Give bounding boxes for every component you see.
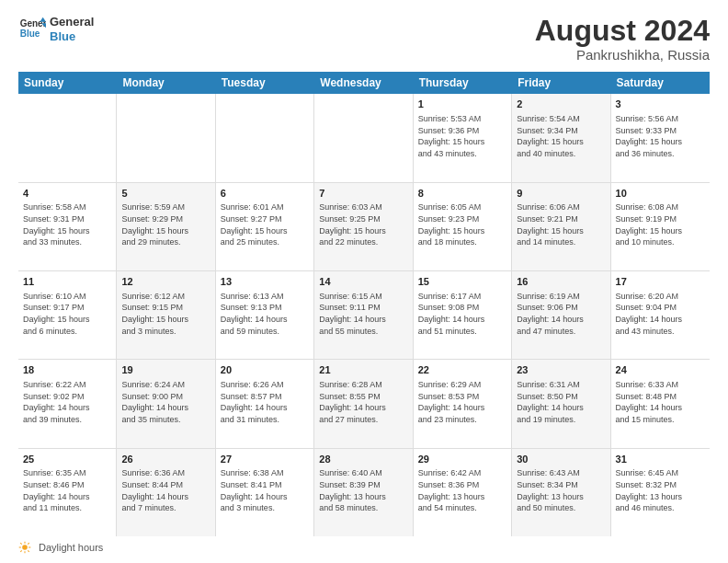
- day-number: 19: [121, 363, 210, 377]
- calendar-cell: 28Sunrise: 6:40 AM Sunset: 8:39 PM Dayli…: [314, 449, 413, 536]
- calendar-cell: 30Sunrise: 6:43 AM Sunset: 8:34 PM Dayli…: [512, 449, 610, 536]
- calendar-cell: 22Sunrise: 6:29 AM Sunset: 8:53 PM Dayli…: [414, 360, 512, 447]
- day-number: 24: [616, 363, 705, 377]
- weekday-header: Monday: [117, 72, 215, 94]
- day-number: 12: [121, 275, 210, 289]
- calendar-cell: 31Sunrise: 6:45 AM Sunset: 8:32 PM Dayli…: [611, 449, 710, 536]
- cell-info: Sunrise: 6:29 AM Sunset: 8:53 PM Dayligh…: [418, 379, 506, 425]
- day-number: 30: [517, 453, 605, 466]
- calendar-cell: 18Sunrise: 6:22 AM Sunset: 9:02 PM Dayli…: [18, 360, 117, 447]
- cell-info: Sunrise: 6:08 AM Sunset: 9:19 PM Dayligh…: [616, 201, 705, 247]
- cell-info: Sunrise: 6:19 AM Sunset: 9:06 PM Dayligh…: [517, 291, 605, 337]
- calendar-cell: 8Sunrise: 6:05 AM Sunset: 9:23 PM Daylig…: [414, 183, 512, 270]
- calendar-cell: [314, 94, 413, 181]
- day-number: 5: [121, 187, 210, 201]
- day-number: 22: [418, 363, 506, 377]
- day-number: 6: [221, 187, 309, 201]
- day-number: 1: [418, 98, 506, 111]
- cell-info: Sunrise: 6:03 AM Sunset: 9:25 PM Dayligh…: [319, 201, 407, 247]
- cell-info: Sunrise: 6:20 AM Sunset: 9:04 PM Dayligh…: [616, 291, 705, 337]
- page: General Blue General Blue August 2024 Pa…: [0, 0, 728, 563]
- calendar-cell: 16Sunrise: 6:19 AM Sunset: 9:06 PM Dayli…: [512, 271, 610, 359]
- calendar-cell: 19Sunrise: 6:24 AM Sunset: 9:00 PM Dayli…: [117, 360, 215, 447]
- calendar-row: 1Sunrise: 5:53 AM Sunset: 9:36 PM Daylig…: [18, 94, 710, 182]
- day-number: 9: [517, 187, 605, 201]
- calendar-cell: 20Sunrise: 6:26 AM Sunset: 8:57 PM Dayli…: [216, 360, 314, 447]
- day-number: 27: [221, 453, 309, 466]
- svg-line-11: [28, 543, 28, 544]
- calendar-cell: [18, 94, 117, 181]
- calendar-cell: [117, 94, 215, 181]
- calendar-cell: 23Sunrise: 6:31 AM Sunset: 8:50 PM Dayli…: [512, 360, 610, 447]
- day-number: 16: [517, 275, 605, 289]
- title-block: August 2024 Pankrushikha, Russia: [535, 15, 710, 63]
- cell-info: Sunrise: 6:33 AM Sunset: 8:48 PM Dayligh…: [616, 379, 705, 425]
- cell-info: Sunrise: 5:59 AM Sunset: 9:29 PM Dayligh…: [121, 201, 210, 247]
- day-number: 15: [418, 275, 506, 289]
- calendar-cell: 5Sunrise: 5:59 AM Sunset: 9:29 PM Daylig…: [117, 183, 215, 270]
- calendar-cell: 25Sunrise: 6:35 AM Sunset: 8:46 PM Dayli…: [18, 449, 117, 536]
- calendar-row: 18Sunrise: 6:22 AM Sunset: 9:02 PM Dayli…: [18, 360, 710, 448]
- calendar-cell: 9Sunrise: 6:06 AM Sunset: 9:21 PM Daylig…: [512, 183, 610, 270]
- daylight-label: Daylight hours: [39, 542, 103, 553]
- calendar-cell: 21Sunrise: 6:28 AM Sunset: 8:55 PM Dayli…: [314, 360, 413, 447]
- logo: General Blue General Blue: [18, 15, 94, 43]
- day-number: 31: [616, 453, 705, 466]
- calendar-cell: 1Sunrise: 5:53 AM Sunset: 9:36 PM Daylig…: [414, 94, 512, 181]
- calendar-cell: 17Sunrise: 6:20 AM Sunset: 9:04 PM Dayli…: [611, 271, 710, 359]
- calendar-row: 25Sunrise: 6:35 AM Sunset: 8:46 PM Dayli…: [18, 449, 710, 536]
- svg-point-4: [22, 545, 28, 550]
- calendar-cell: 26Sunrise: 6:36 AM Sunset: 8:44 PM Dayli…: [117, 449, 215, 536]
- cell-info: Sunrise: 6:26 AM Sunset: 8:57 PM Dayligh…: [221, 379, 309, 425]
- day-number: 29: [418, 453, 506, 466]
- cell-info: Sunrise: 6:28 AM Sunset: 8:55 PM Dayligh…: [319, 379, 407, 425]
- calendar-cell: 6Sunrise: 6:01 AM Sunset: 9:27 PM Daylig…: [216, 183, 314, 270]
- weekday-header: Tuesday: [216, 72, 314, 94]
- cell-info: Sunrise: 6:10 AM Sunset: 9:17 PM Dayligh…: [23, 291, 111, 337]
- calendar-cell: 13Sunrise: 6:13 AM Sunset: 9:13 PM Dayli…: [216, 271, 314, 359]
- weekday-header: Friday: [512, 72, 610, 94]
- calendar-row: 4Sunrise: 5:58 AM Sunset: 9:31 PM Daylig…: [18, 183, 710, 271]
- cell-info: Sunrise: 6:36 AM Sunset: 8:44 PM Dayligh…: [121, 467, 210, 513]
- svg-line-10: [28, 550, 28, 551]
- cell-info: Sunrise: 6:43 AM Sunset: 8:34 PM Dayligh…: [517, 467, 605, 513]
- day-number: 23: [517, 363, 605, 377]
- calendar: SundayMondayTuesdayWednesdayThursdayFrid…: [18, 72, 710, 536]
- cell-info: Sunrise: 5:58 AM Sunset: 9:31 PM Dayligh…: [23, 201, 111, 247]
- cell-info: Sunrise: 6:05 AM Sunset: 9:23 PM Dayligh…: [418, 201, 506, 247]
- cell-info: Sunrise: 6:45 AM Sunset: 8:32 PM Dayligh…: [616, 467, 705, 513]
- calendar-cell: 3Sunrise: 5:56 AM Sunset: 9:33 PM Daylig…: [611, 94, 710, 181]
- weekday-header: Thursday: [414, 72, 512, 94]
- location: Pankrushikha, Russia: [535, 47, 710, 63]
- calendar-header: SundayMondayTuesdayWednesdayThursdayFrid…: [18, 72, 710, 94]
- calendar-cell: 27Sunrise: 6:38 AM Sunset: 8:41 PM Dayli…: [216, 449, 314, 536]
- logo-icon: General Blue: [18, 16, 46, 43]
- calendar-cell: 29Sunrise: 6:42 AM Sunset: 8:36 PM Dayli…: [414, 449, 512, 536]
- calendar-cell: 24Sunrise: 6:33 AM Sunset: 8:48 PM Dayli…: [611, 360, 710, 447]
- calendar-cell: 11Sunrise: 6:10 AM Sunset: 9:17 PM Dayli…: [18, 271, 117, 359]
- day-number: 11: [23, 275, 111, 289]
- weekday-header: Wednesday: [314, 72, 413, 94]
- cell-info: Sunrise: 6:24 AM Sunset: 9:00 PM Dayligh…: [121, 379, 210, 425]
- cell-info: Sunrise: 6:42 AM Sunset: 8:36 PM Dayligh…: [418, 467, 506, 513]
- day-number: 4: [23, 187, 111, 201]
- logo-blue: Blue: [50, 29, 94, 44]
- calendar-cell: 2Sunrise: 5:54 AM Sunset: 9:34 PM Daylig…: [512, 94, 610, 181]
- footer: Daylight hours: [18, 536, 710, 554]
- day-number: 3: [616, 98, 705, 111]
- day-number: 10: [616, 187, 705, 201]
- calendar-cell: 10Sunrise: 6:08 AM Sunset: 9:19 PM Dayli…: [611, 183, 710, 270]
- cell-info: Sunrise: 6:06 AM Sunset: 9:21 PM Dayligh…: [517, 201, 605, 247]
- cell-info: Sunrise: 6:17 AM Sunset: 9:08 PM Dayligh…: [418, 291, 506, 337]
- svg-text:Blue: Blue: [20, 28, 40, 38]
- day-number: 17: [616, 275, 705, 289]
- sun-icon: [18, 541, 31, 554]
- calendar-cell: 4Sunrise: 5:58 AM Sunset: 9:31 PM Daylig…: [18, 183, 117, 270]
- cell-info: Sunrise: 6:22 AM Sunset: 9:02 PM Dayligh…: [23, 379, 111, 425]
- cell-info: Sunrise: 6:35 AM Sunset: 8:46 PM Dayligh…: [23, 467, 111, 513]
- cell-info: Sunrise: 6:12 AM Sunset: 9:15 PM Dayligh…: [121, 291, 210, 337]
- svg-line-9: [20, 543, 21, 544]
- day-number: 25: [23, 453, 111, 466]
- weekday-header: Saturday: [611, 72, 710, 94]
- cell-info: Sunrise: 6:38 AM Sunset: 8:41 PM Dayligh…: [221, 467, 309, 513]
